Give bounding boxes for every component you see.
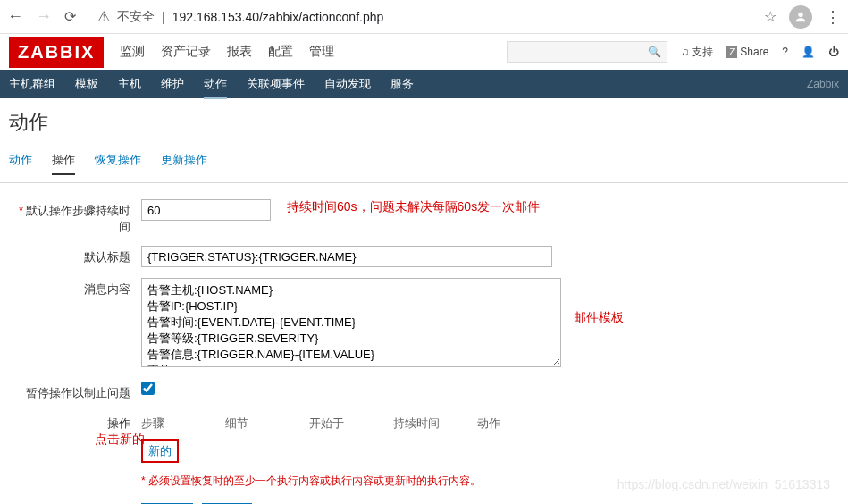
subject-label: 默认标题: [9, 246, 141, 265]
tab-recovery[interactable]: 恢复操作: [95, 152, 141, 175]
ops-col-action: 动作: [477, 416, 561, 432]
subnav-actions[interactable]: 动作: [204, 69, 227, 99]
security-label: 不安全: [117, 9, 155, 25]
duration-annotation: 持续时间60s，问题未解决每隔60s发一次邮件: [287, 199, 540, 215]
warning-icon: ⚠: [97, 8, 110, 25]
tab-update[interactable]: 更新操作: [161, 152, 207, 175]
ops-col-step: 步骤: [141, 416, 225, 432]
bookmark-icon[interactable]: ☆: [764, 8, 777, 25]
ops-col-detail: 细节: [225, 416, 309, 432]
subnav-hostgroups[interactable]: 主机群组: [9, 69, 55, 99]
nav-config[interactable]: 配置: [268, 44, 293, 60]
ops-col-start: 开始于: [309, 416, 393, 432]
duration-label: *默认操作步骤持续时间: [9, 199, 141, 235]
message-label: 消息内容: [9, 278, 141, 298]
tab-action[interactable]: 动作: [9, 152, 32, 175]
reload-button[interactable]: ⟳: [64, 8, 76, 25]
address-bar[interactable]: ⚠ 不安全 | 192.168.153.40/zabbix/actionconf…: [88, 4, 751, 29]
zabbix-logo[interactable]: ZABBIX: [9, 37, 104, 68]
subnav-hosts[interactable]: 主机: [118, 69, 141, 99]
nav-admin[interactable]: 管理: [309, 44, 334, 60]
duration-input[interactable]: [141, 199, 271, 221]
nav-reports[interactable]: 报表: [227, 44, 252, 60]
help-icon[interactable]: ?: [782, 46, 788, 58]
ops-label: 操作: [9, 412, 141, 432]
new-operation-link[interactable]: 新的: [148, 444, 172, 458]
back-button[interactable]: ←: [7, 7, 23, 26]
subnav-services[interactable]: 服务: [390, 69, 414, 99]
nav-monitor[interactable]: 监测: [120, 44, 145, 60]
url-text: 192.168.153.40/zabbix/actionconf.php: [172, 10, 384, 24]
page-title: 动作: [0, 98, 848, 152]
nav-inventory[interactable]: 资产记录: [161, 44, 211, 60]
subnav-templates[interactable]: 模板: [75, 69, 98, 99]
subnav-discovery[interactable]: 自动发现: [324, 69, 371, 99]
pause-label: 暂停操作以制止问题: [9, 382, 141, 401]
search-icon: 🔍: [648, 46, 661, 58]
svg-point-0: [798, 12, 802, 16]
watermark: https://blog.csdn.net/weixin_51613313: [617, 477, 830, 491]
subnav-correlation[interactable]: 关联项事件: [247, 69, 305, 99]
new-side-note: 点击新的: [95, 432, 145, 448]
pause-checkbox[interactable]: [141, 382, 155, 395]
ops-col-duration: 持续时间: [393, 416, 477, 432]
subject-input[interactable]: [141, 246, 552, 267]
share-link[interactable]: ZShare: [726, 46, 768, 58]
profile-avatar[interactable]: [789, 5, 812, 29]
search-input[interactable]: 🔍: [507, 41, 667, 63]
support-link[interactable]: ♫ 支持: [681, 45, 713, 60]
menu-dots-icon[interactable]: ⋮: [825, 7, 841, 27]
subnav-brand: Zabbix: [807, 78, 839, 90]
power-icon[interactable]: ⏻: [828, 46, 839, 58]
hint-text: *必须设置恢复时的至少一个执行内容或执行内容或更新时的执行内容。: [141, 474, 561, 489]
forward-button[interactable]: →: [36, 7, 52, 26]
user-icon[interactable]: 👤: [802, 46, 815, 58]
tab-operations[interactable]: 操作: [52, 152, 75, 175]
subnav-maintenance[interactable]: 维护: [161, 69, 184, 99]
message-textarea[interactable]: 告警主机:{HOST.NAME} 告警IP:{HOST.IP} 告警时间:{EV…: [141, 278, 561, 367]
message-annotation: 邮件模板: [574, 310, 624, 326]
